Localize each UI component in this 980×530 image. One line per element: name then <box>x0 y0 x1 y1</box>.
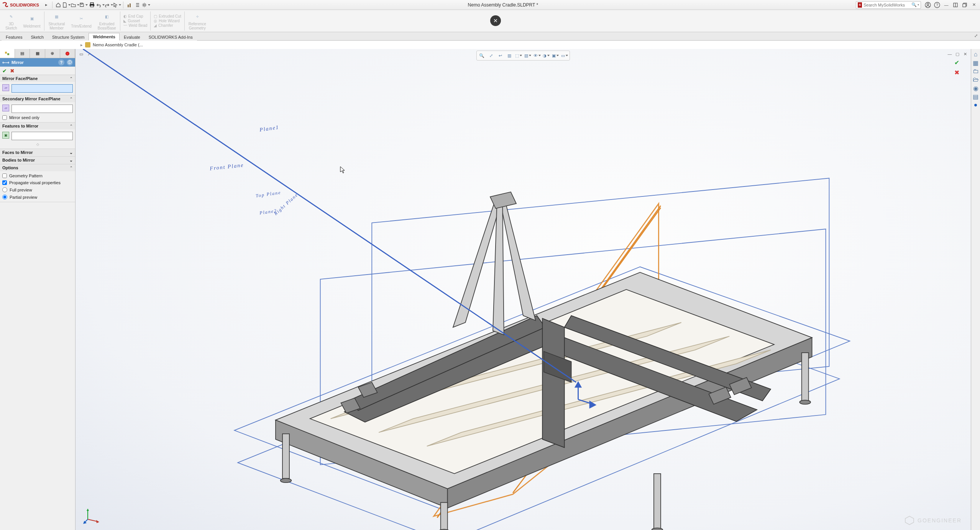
section-mirror-face[interactable]: Mirror Face/Plane⌃ <box>0 75 75 82</box>
graphics-viewport[interactable]: ▭ ↗ — ▢ ✕ ✔ ✖ 🔍 ⤢ ↩ ▥ ⬚ ▧ 👁 ◑ ▣ <box>76 49 971 530</box>
svg-marker-61 <box>96 520 99 523</box>
reference-geometry-button[interactable]: ✧Reference Geometry <box>185 11 209 31</box>
restore1-icon[interactable] <box>952 1 959 9</box>
taskpane-design-library-icon[interactable]: 🗀 <box>972 67 980 75</box>
breadcrumb-label[interactable]: Nemo Assembly Cradle (... <box>93 43 143 47</box>
tab-features[interactable]: Features <box>2 33 26 41</box>
taskpane-appearances-icon[interactable]: ▤ <box>972 93 980 100</box>
svg-rect-3 <box>128 5 129 7</box>
rebuild-icon[interactable] <box>125 1 133 9</box>
partial-preview-radio[interactable]: Partial preview <box>2 195 73 200</box>
end-cap-button[interactable]: ◐End Cap <box>123 14 148 18</box>
pm-tab-config[interactable]: ▦ <box>30 49 45 58</box>
section-secondary-mirror[interactable]: Secondary Mirror Face/Plane⌃ <box>0 95 75 102</box>
close-icon[interactable]: ✕ <box>970 1 978 9</box>
pm-tab-property[interactable]: ▤ <box>15 49 30 58</box>
svg-rect-41 <box>282 434 289 479</box>
mirror-seed-checkbox[interactable]: Mirror seed only <box>2 115 73 120</box>
search-box[interactable]: S 🔍 ▾ <box>856 1 921 9</box>
breadcrumb-chevron-icon[interactable]: ▸ <box>80 43 83 47</box>
svg-rect-42 <box>441 502 448 530</box>
svg-point-7 <box>927 3 929 5</box>
taskpane-custom-props-icon[interactable]: ● <box>972 101 980 109</box>
extruded-cut-button[interactable]: ▢Extruded Cut <box>154 14 181 18</box>
svg-rect-4 <box>130 3 131 7</box>
help-info-icon[interactable]: ⓘ <box>67 59 73 65</box>
feature-title: Mirror <box>11 60 24 65</box>
tab-structure-system[interactable]: Structure System <box>48 33 89 41</box>
mirror-face-selection[interactable] <box>11 84 73 93</box>
svg-rect-15 <box>7 53 9 55</box>
breadcrumb-bar: ▸ Nemo Assembly Cradle (... <box>0 41 980 49</box>
chamfer-button[interactable]: ◢Chamfer <box>154 23 181 28</box>
task-pane: ⌂ ▦ 🗀 🗁 ◉ ▤ ● <box>971 49 980 530</box>
reject-icon[interactable]: ✖ <box>10 68 15 74</box>
taskpane-resources-icon[interactable]: ▦ <box>972 59 980 67</box>
select-icon[interactable] <box>113 1 121 9</box>
accept-icon[interactable]: ✔ <box>2 68 7 74</box>
close-bubble-button[interactable]: ✕ <box>490 15 501 26</box>
open-file-icon[interactable] <box>71 1 79 9</box>
settings-icon[interactable] <box>142 1 150 9</box>
svg-line-60 <box>88 519 98 522</box>
app-name: SOLIDWORKS <box>10 3 39 7</box>
full-preview-radio[interactable]: Full preview <box>2 187 73 192</box>
taskpane-file-explorer-icon[interactable]: 🗁 <box>972 76 980 83</box>
tab-addins[interactable]: SOLIDWORKS Add-Ins <box>144 33 197 41</box>
secondary-face-selection[interactable] <box>11 105 73 113</box>
svg-marker-35 <box>542 318 564 447</box>
help-detail-icon[interactable]: ? <box>58 59 64 65</box>
search-dropdown-icon[interactable]: ▾ <box>918 3 919 7</box>
save-icon[interactable] <box>79 1 88 9</box>
tab-sketch[interactable]: Sketch <box>26 33 48 41</box>
svg-rect-43 <box>802 353 809 401</box>
pm-tab-dimxpert[interactable]: ⊕ <box>45 49 60 58</box>
print-icon[interactable] <box>88 1 96 9</box>
home-icon[interactable] <box>54 1 62 9</box>
flyout-expand-icon[interactable]: ▸ <box>42 1 51 9</box>
plane-selector-icon[interactable]: ▱ <box>2 84 9 91</box>
app-logo: SOLIDWORKS <box>2 2 39 8</box>
tab-evaluate[interactable]: Evaluate <box>120 33 144 41</box>
tab-weldments[interactable]: Weldments <box>89 33 119 41</box>
feature-selector-icon[interactable]: ▣ <box>2 132 9 139</box>
user-account-icon[interactable] <box>924 1 932 9</box>
propagate-checkbox[interactable]: Propagate visual properties <box>2 180 73 185</box>
section-bodies-to-mirror[interactable]: Bodies to Mirror⌄ <box>0 157 75 164</box>
expand-ribbon-icon[interactable]: ⤢ <box>974 33 978 38</box>
hole-wizard-button[interactable]: ◎Hole Wizard <box>154 19 181 23</box>
svg-marker-50 <box>500 199 535 321</box>
undo-icon[interactable] <box>96 1 105 9</box>
taskpane-view-palette-icon[interactable]: ◉ <box>972 84 980 92</box>
orientation-triad[interactable] <box>83 507 100 524</box>
feature-header: ⇽⇾ Mirror ? ⓘ <box>0 58 75 67</box>
geometry-pattern-checkbox[interactable]: Geometry Pattern <box>2 173 73 178</box>
weldment-button[interactable]: ▣Weldment <box>20 13 44 29</box>
trim-extend-button[interactable]: ✂Trim/Extend <box>68 13 95 29</box>
redo-icon[interactable] <box>105 1 113 9</box>
section-options[interactable]: Options⌃ <box>0 164 75 171</box>
taskpane-home-icon[interactable]: ⌂ <box>972 51 980 58</box>
model-svg <box>76 49 971 530</box>
section-features-to-mirror[interactable]: Features to Mirror⌃ <box>0 123 75 129</box>
new-file-icon[interactable] <box>62 1 71 9</box>
restore2-icon[interactable] <box>961 1 969 9</box>
extruded-boss-button[interactable]: ◧Extruded Boss/Base <box>95 11 119 31</box>
features-selection[interactable] <box>11 132 73 140</box>
help-icon[interactable]: ? <box>933 1 941 9</box>
pm-tab-feature[interactable] <box>0 49 15 58</box>
structural-member-button[interactable]: ▦Structural Member <box>45 11 68 31</box>
3d-sketch-button[interactable]: ✎3D Sketch <box>2 11 20 31</box>
pm-tab-appearance[interactable] <box>60 49 75 58</box>
gusset-button[interactable]: ◣Gusset <box>123 19 148 23</box>
minimize-icon[interactable]: — <box>942 1 950 9</box>
svg-rect-13 <box>963 4 966 7</box>
search-magnify-icon[interactable]: 🔍 <box>911 2 917 7</box>
list-icon[interactable] <box>133 1 142 9</box>
svg-rect-0 <box>90 3 94 4</box>
search-input[interactable] <box>863 3 911 7</box>
svg-marker-64 <box>905 516 914 525</box>
secondary-plane-icon[interactable]: ▱ <box>2 105 9 111</box>
weld-bead-button[interactable]: 〰Weld Bead <box>123 23 148 28</box>
section-faces-to-mirror[interactable]: Faces to Mirror⌄ <box>0 149 75 157</box>
